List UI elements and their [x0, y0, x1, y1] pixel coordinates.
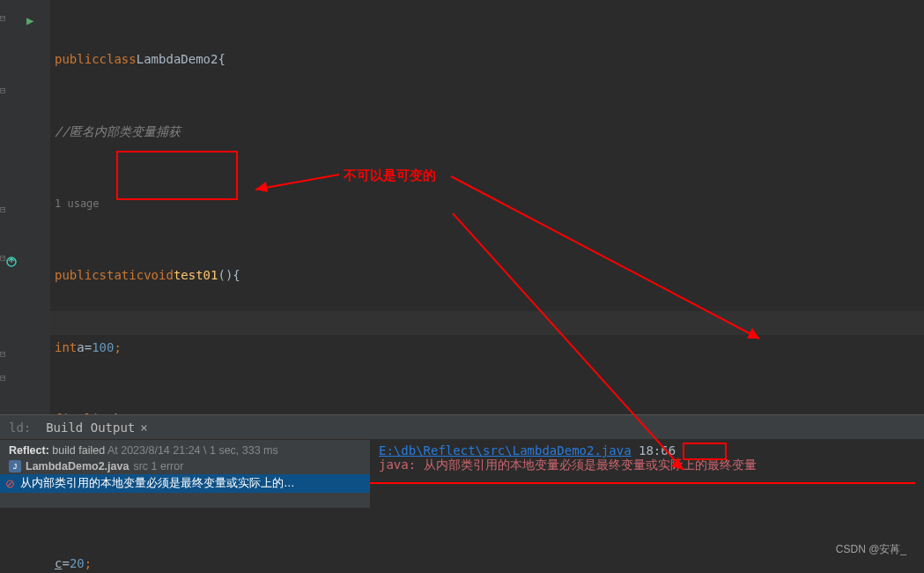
build-panel: ld: Build Output × Reflect: build failed… — [0, 414, 924, 508]
divider-line — [370, 482, 915, 484]
fold-icon[interactable]: ⊟ — [0, 12, 6, 24]
arrow-icon — [0, 26, 924, 573]
build-output[interactable]: E:\db\Reflect\src\LambdaDemo2.java 18:66… — [370, 440, 924, 508]
watermark: CSDN @安苒_ — [836, 542, 906, 557]
svg-line-5 — [453, 213, 684, 470]
